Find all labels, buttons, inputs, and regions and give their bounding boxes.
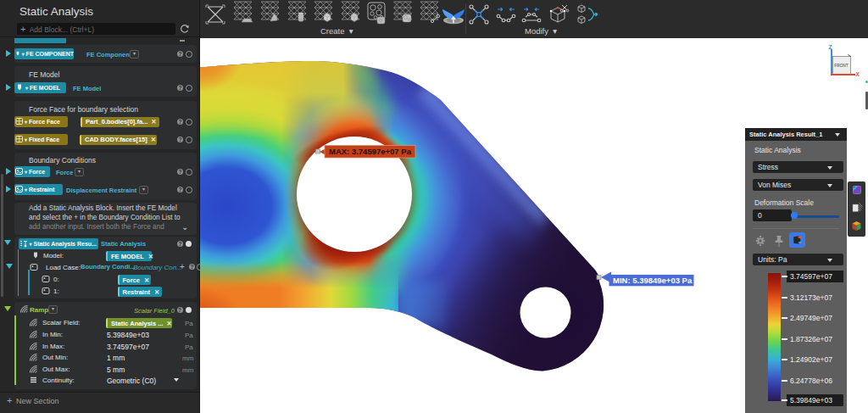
svg-text:MAX: 3.74597e+07 Pa: MAX: 3.74597e+07 Pa bbox=[329, 147, 412, 156]
svg-text:MIN: 5.39849e+03 Pa: MIN: 5.39849e+03 Pa bbox=[613, 276, 693, 285]
